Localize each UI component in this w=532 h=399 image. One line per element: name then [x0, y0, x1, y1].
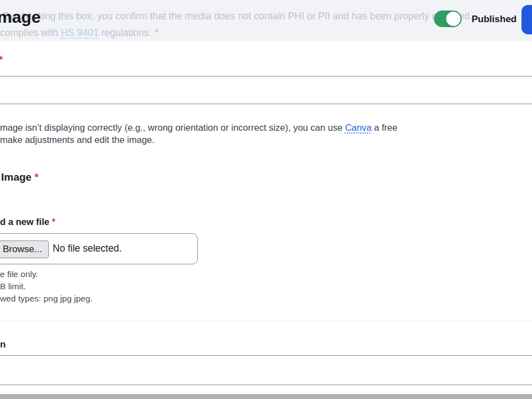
browse-button[interactable]: Browse... — [0, 241, 49, 258]
canva-note-before-link: mage isn’t displaying correctly (e.g., w… — [0, 122, 345, 132]
file-upload-box: Browse... No file selected. — [0, 233, 198, 264]
phi-checkbox-text-line2: complies with HS 9401 regulations.* — [0, 27, 158, 39]
name-input[interactable] — [0, 76, 532, 104]
horizontal-scrollbar[interactable] — [0, 394, 532, 399]
bottom-section-label: n — [0, 339, 6, 350]
file-help-line-2: B limit. — [0, 282, 26, 291]
page-root: By checking this box, you confirm that t… — [0, 0, 532, 399]
toggle-knob — [446, 12, 461, 26]
name-required-marker: * — [0, 54, 3, 66]
hs-9401-link: HS 9401 — [61, 27, 99, 38]
image-required-marker: * — [34, 171, 38, 183]
phi-required-marker: * — [151, 27, 158, 38]
add-file-label: d a new file * — [0, 217, 55, 227]
add-file-label-text: d a new file — [0, 217, 49, 227]
page-title: mage — [0, 8, 40, 27]
published-label: Published — [472, 14, 516, 25]
phi-text-after-link: regulations. — [99, 27, 151, 38]
image-section-label: Image * — [1, 171, 39, 183]
canva-note-line2: make adjustments and edit the image. — [0, 135, 155, 145]
file-help-line-3: wed types: png jpg jpeg. — [0, 294, 93, 304]
add-file-required-marker: * — [52, 217, 55, 227]
file-status-text: No file selected. — [53, 243, 122, 254]
canva-note-after-link: a free — [371, 122, 397, 132]
canva-link[interactable]: Canva — [345, 122, 372, 132]
file-help-line-1: e file only. — [0, 269, 38, 279]
canva-note-line1: mage isn’t displaying correctly (e.g., w… — [0, 122, 397, 133]
image-label-text: Image — [1, 171, 32, 183]
sticky-header: By checking this box, you confirm that t… — [0, 0, 532, 41]
phi-checkbox-text-line1: By checking this box, you confirm that t… — [3, 11, 472, 22]
save-button[interactable] — [521, 5, 532, 34]
phi-text-before-link: complies with — [0, 27, 61, 38]
published-toggle[interactable] — [434, 11, 462, 27]
bottom-input[interactable] — [0, 355, 532, 385]
